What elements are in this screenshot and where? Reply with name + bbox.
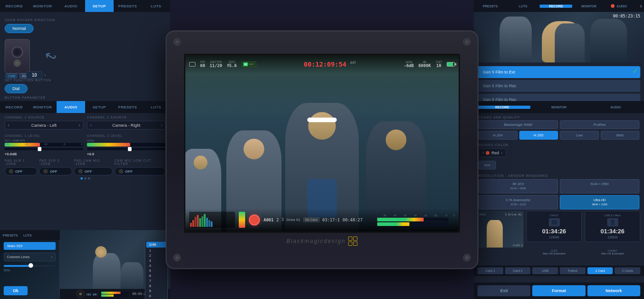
bmd-sq-2 [353,237,357,241]
shutter-6[interactable]: 6 [146,273,167,278]
shutter-4[interactable]: 4 [146,263,167,268]
shutter-1[interactable]: 1 [146,248,167,253]
reel-display: 2 [276,218,279,222]
record-button[interactable] [249,214,260,226]
bmd-logo-text: Blackmagicdesign [287,238,346,244]
color-prev-btn[interactable]: ‹ [483,150,484,155]
audio-meter-1 [377,218,448,221]
ch1-thumb[interactable] [38,147,41,151]
h265-btn[interactable]: H.265 [519,131,558,140]
pad-xlr2-toggle[interactable]: OFF [39,167,72,175]
card-1-btn[interactable]: Card 1 [477,267,503,274]
nav-setup-tl[interactable]: SETUP [85,0,114,12]
card-2-btn[interactable]: Card 2 [505,267,531,274]
slider-thumb[interactable] [29,263,33,268]
nav-presets-tl[interactable]: PRESETS [114,0,142,12]
colored-lines-arrow[interactable]: › [51,254,52,260]
checkmark-btn[interactable]: ✓ [632,67,638,75]
color-next-btn[interactable]: › [501,150,502,155]
shutter-2[interactable]: 2 [146,253,167,258]
dial-btn[interactable]: Dial [5,84,28,93]
bl-presets-nav[interactable]: PRESETS [0,234,21,237]
format-label-area-2: FORMAT Mac OS Extended [585,249,640,255]
res-6k-169[interactable]: 6K 16:96144 × 2658 [478,179,558,193]
usb-btn[interactable]: USB [532,267,558,274]
shutter-8[interactable]: 8 [146,283,167,288]
1card-btn[interactable]: 1 Card [587,267,613,274]
nav-record-bl[interactable]: RECORD [0,101,29,113]
pad-xlr1-toggle[interactable]: OFF [5,167,37,175]
ch2-prev-btn[interactable]: ‹ [90,123,92,128]
mini-meter-1 [101,292,121,294]
hud-shutter: SHUTTER 11/20 [210,60,222,68]
network-btn[interactable]: Network [587,285,640,296]
nav-presets-bl[interactable]: PRESETS [114,101,142,113]
nav-audio-tr[interactable]: AUDIO [605,5,638,8]
ch2-slider[interactable] [87,148,166,150]
shutter-0[interactable]: 0 [146,293,167,299]
nav-audio-bl[interactable]: AUDIO [57,101,85,113]
ok-button[interactable]: Ok [4,286,28,295]
main-sdi-btn[interactable]: Main SDI [4,242,56,250]
res-37k-ana[interactable]: 3.7K Anamorphic3728 × 3104 [478,195,558,209]
nav-audio-tl[interactable]: AUDIO [57,0,85,12]
shutter-5[interactable]: 5 [146,268,167,273]
res-6144[interactable]: 6144 × 2560 [560,179,639,193]
braw-btn[interactable]: Blackmagic RAW [478,120,558,129]
ch1-next-btn[interactable]: › [79,123,80,128]
camera-lens [12,46,23,58]
nav-audio-br[interactable]: AUDIO [587,106,644,109]
drive-num-display: 3 [282,218,284,222]
nav-monitor-br[interactable]: MONITOR [530,106,587,109]
ch2-level-label: CHANNEL 2 LEVEL [87,134,166,137]
ch2-next-btn[interactable]: › [161,123,162,128]
value-prev[interactable]: ‹ [23,73,24,78]
ch1-source-selector[interactable]: ‹ Camera - Left › [5,121,83,130]
nav-luts-tr[interactable]: LUTS [506,5,539,8]
prores-btn[interactable]: ProRes [560,120,639,129]
color-selector[interactable]: ‹ Red › [478,148,506,157]
bl-luts-nav[interactable]: LUTS [21,234,34,237]
lut-btn-1[interactable]: Gen 5 Film to Ext [477,66,640,78]
mini-next-btn[interactable]: ⏭ [93,292,98,297]
nav-monitor-bl[interactable]: MONITOR [29,101,57,113]
ch2-thumb[interactable] [128,147,132,151]
shutter-1-48[interactable]: 1/48 [146,242,167,248]
shutter-9[interactable]: 9 [146,288,167,293]
low-btn[interactable]: Low [560,131,599,140]
shutter-3[interactable]: 3 [146,258,167,263]
2cards-btn[interactable]: 2 Cards [615,267,640,274]
ch1-prev-btn[interactable]: ‹ [8,123,9,128]
res-uhd[interactable]: Ultra HD3840 × 2160 [560,195,639,209]
pad-cam-mic-toggle[interactable]: OFF [74,167,113,175]
exit-btn[interactable]: Exit [477,285,530,296]
mini-stop-btn[interactable] [76,290,85,298]
nav-monitor-tr[interactable]: MONITOR [572,5,605,8]
nav-monitor-tl[interactable]: MONITOR [29,0,57,12]
dot-style-btn[interactable]: Dot [478,161,496,169]
nav-record-br[interactable]: RECORD [474,106,530,109]
nav-record-tl[interactable]: RECORD [0,0,29,12]
nav-record-tr[interactable]: RECORD [540,5,572,8]
fullest-btn[interactable]: Fullest [560,267,586,274]
toggle-label-4: OFF [125,169,132,174]
ch1-slider[interactable] [5,148,83,150]
nav-presets-tr[interactable]: PRESETS [474,5,506,8]
lut-btn-2[interactable]: Gen 5 Film to Rec [477,80,640,92]
h264-btn[interactable]: H.264 [478,131,518,140]
ch2-source-selector[interactable]: ‹ Camera - Right › [87,121,166,130]
camera-dial-indicator [14,60,21,67]
med-btn[interactable]: Med [601,131,640,140]
zoom-normal-btn[interactable]: Normal [5,24,34,33]
record-content: CODEC AND QUALITY Blackmagic RAW ProRes … [474,113,644,220]
audio-meter-2 [377,222,448,226]
shutter-7[interactable]: 7 [146,278,167,283]
value-next[interactable]: › [44,73,46,78]
cam-low-cut-toggle[interactable]: OFF [115,167,166,175]
format-btn[interactable]: Format [532,285,585,296]
nav-setup-bl[interactable]: SETUP [85,101,114,113]
usb-size: 128GB [588,236,637,239]
nav-s-tr[interactable]: S [638,5,644,8]
nav-luts-tl[interactable]: LUTS [142,0,170,12]
mini-prev-btn[interactable]: ⏮ [86,292,91,297]
